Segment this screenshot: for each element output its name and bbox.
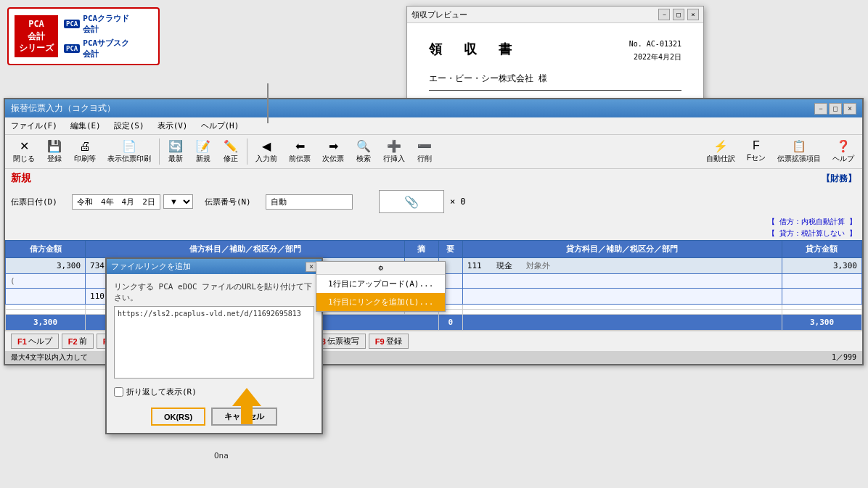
menu-view[interactable]: 表示(V) [155, 119, 191, 133]
date-label: 伝票日付(D) [11, 197, 69, 207]
empty-credit-acct[interactable] [462, 305, 782, 310]
dialog-body: リンクする PCA eDOC ファイルのURLを貼り付けて下さい。 https:… [107, 274, 322, 403]
toolbar-sep-2 [247, 138, 247, 165]
th-debit-account: 借方科目／補助／税区分／部門 [86, 241, 405, 258]
toolbar: ✕閉じる 💾登録 🖨印刷等 📄表示伝票印刷 🔄最新 📝新規 ✏️修正 ◀入力前 … [5, 135, 862, 169]
btn-new[interactable]: 📝新規 [190, 137, 216, 166]
receipt-no: No. AC-01321 2022年4月2日 [629, 38, 681, 64]
logo-area: PCA 会計 シリーズ PCA PCAクラウド 会計 PCA PCAサブスク 会… [7, 7, 160, 65]
logo-cloud: PCA PCAクラウド 会計 [64, 13, 129, 35]
btn-voucher-ext[interactable]: 📋伝票拡張項目 [772, 137, 826, 166]
btn-bottom-prev[interactable]: F2前 [62, 334, 94, 349]
empty2-credit[interactable] [782, 310, 861, 315]
context-menu-item-upload[interactable]: 1行目にアップロード(A)... [316, 275, 445, 293]
main-window-title: 振替伝票入力（コクヨ式） [11, 102, 115, 115]
date-field: 伝票日付(D) 令和 4年 4月 2日 ▼ [11, 194, 193, 210]
row2-credit[interactable] [462, 274, 782, 289]
main-close-btn[interactable]: × [843, 103, 856, 115]
receipt-maximize-btn[interactable]: □ [673, 9, 684, 20]
empty2-credit-acct[interactable] [462, 310, 782, 315]
receipt-header-row: 領 収 書 No. AC-01321 2022年4月2日 [429, 38, 681, 64]
btn-auto-journal[interactable]: ⚡自動仕訳 [701, 137, 740, 166]
row1-credit-account[interactable]: 111 現金 対象外 [462, 258, 782, 274]
receipt-title: 領収プレビュー [412, 9, 467, 20]
menu-file[interactable]: ファイル(F) [8, 119, 60, 133]
svg-marker-0 [232, 388, 261, 424]
btn-help[interactable]: ❓ヘルプ [827, 137, 859, 166]
btn-search[interactable]: 🔍検索 [351, 137, 377, 166]
menu-settings[interactable]: 設定(S) [111, 119, 147, 133]
btn-bottom-register[interactable]: F9登録 [369, 334, 409, 349]
empty-credit[interactable] [782, 305, 861, 310]
toolbar-right: ⚡自動仕訳 FFセン 📋伝票拡張項目 ❓ヘルプ [701, 137, 859, 166]
pca-cloud-label: PCAクラウド 会計 [83, 13, 129, 35]
btn-bottom-help[interactable]: F1ヘルプ [11, 334, 59, 349]
dialog-checkbox-row: 折り返して表示(R) [114, 386, 314, 397]
empty2-debit[interactable] [6, 310, 86, 315]
row3-credit-amount[interactable] [782, 289, 861, 305]
dialog-url-input[interactable]: https://sls2.pcaplus-vld.net/d/116926958… [114, 306, 314, 379]
btn-display-print[interactable]: 📄表示伝票印刷 [102, 137, 156, 166]
number-label: 伝票番号(N) [205, 197, 263, 207]
th-debit-amount: 借方金額 [6, 241, 86, 258]
receipt-minimize-btn[interactable]: － [658, 9, 670, 20]
gear-icon: ⚙ [378, 263, 383, 273]
btn-next-voucher[interactable]: ➡次伝票 [317, 137, 349, 166]
ona-text: Ona [214, 451, 229, 460]
dialog-checkbox[interactable] [114, 387, 123, 397]
main-maximize-btn[interactable]: □ [829, 103, 842, 115]
btn-edit[interactable]: ✏️修正 [218, 137, 244, 166]
btn-insert-row[interactable]: ➕行挿入 [378, 137, 410, 166]
logo-subsuku: PCA PCAサブスク 会計 [64, 38, 129, 59]
btn-input-prev[interactable]: ◀入力前 [250, 137, 282, 166]
sum-empty [462, 315, 782, 331]
receipt-main-title: 領 収 書 [429, 38, 516, 61]
main-titlebar: 振替伝票入力（コクヨ式） － □ × [5, 99, 862, 117]
dialog-checkbox-label: 折り返して表示(R) [126, 386, 197, 397]
row1-credit-amount[interactable]: 3,300 [782, 258, 861, 274]
dialog-title: ファイルリンクを追加 [111, 261, 191, 272]
receipt-close-btn[interactable]: × [687, 9, 699, 20]
btn-print[interactable]: 🖨印刷等 [69, 138, 101, 166]
menu-help[interactable]: ヘルプ(H) [198, 119, 242, 133]
dialog-footer: OK(RS) キャンセル [107, 403, 322, 433]
btn-prev-voucher[interactable]: ⬅前伝票 [284, 137, 316, 166]
row3-debit-amount[interactable] [6, 289, 86, 305]
file-link-dialog: ファイルリンクを追加 × リンクする PCA eDOC ファイルのURLを貼り付… [105, 257, 323, 434]
row1-debit-amount[interactable]: 3,300 [6, 258, 86, 274]
pca-cloud-icon: PCA [64, 20, 80, 28]
borrow-note: 【 借方：内税自動計算 】 【 貸方：税計算しない 】 [5, 215, 862, 240]
dialog-ok-btn[interactable]: OK(RS) [151, 408, 205, 426]
connect-line-vertical [267, 83, 269, 123]
receipt-window-controls: － □ × [658, 9, 699, 20]
number-value[interactable]: 自動 [266, 194, 353, 210]
btn-register[interactable]: 💾登録 [41, 137, 67, 166]
page-info: 1／999 [832, 352, 856, 363]
btn-close-voucher[interactable]: ✕閉じる [8, 137, 40, 166]
menubar: ファイル(F) 編集(E) 設定(S) 表示(V) ヘルプ(H) [5, 117, 862, 135]
arrow-indicator [232, 388, 261, 430]
empty-debit[interactable] [6, 305, 86, 310]
paperclip-area: 📎 × 0 [379, 190, 466, 213]
main-minimize-btn[interactable]: － [814, 103, 827, 115]
receipt-titlebar: 領収プレビュー － □ × [407, 7, 703, 23]
context-menu-item-link[interactable]: 1行目にリンクを追加(L)... [316, 293, 445, 311]
pca-subsuku-label: PCAサブスク 会計 [83, 38, 129, 59]
paperclip-box[interactable]: 📎 [379, 190, 444, 213]
th-desc1: 摘 [405, 241, 439, 258]
row3-credit[interactable] [462, 289, 782, 305]
menu-edit[interactable]: 編集(E) [67, 119, 104, 133]
btn-fsen[interactable]: FFセン [742, 137, 771, 166]
row2-open: ( [6, 274, 86, 289]
multiply-text: × 0 [450, 197, 466, 207]
number-field: 伝票番号(N) 自動 [205, 194, 353, 210]
date-dropdown[interactable]: ▼ [163, 194, 193, 209]
th-desc2: 要 [438, 241, 462, 258]
btn-delete-row[interactable]: ➖行削 [412, 137, 438, 166]
date-value[interactable]: 令和 4年 4月 2日 [72, 194, 160, 210]
borrow-note-line1: 【 借方：内税自動計算 】 [11, 216, 856, 228]
status-row: 新規 【財務】 [5, 169, 862, 188]
row2-credit-amount[interactable] [782, 274, 861, 289]
th-credit-amount: 貸方金額 [782, 241, 861, 258]
btn-refresh[interactable]: 🔄最新 [163, 137, 189, 166]
